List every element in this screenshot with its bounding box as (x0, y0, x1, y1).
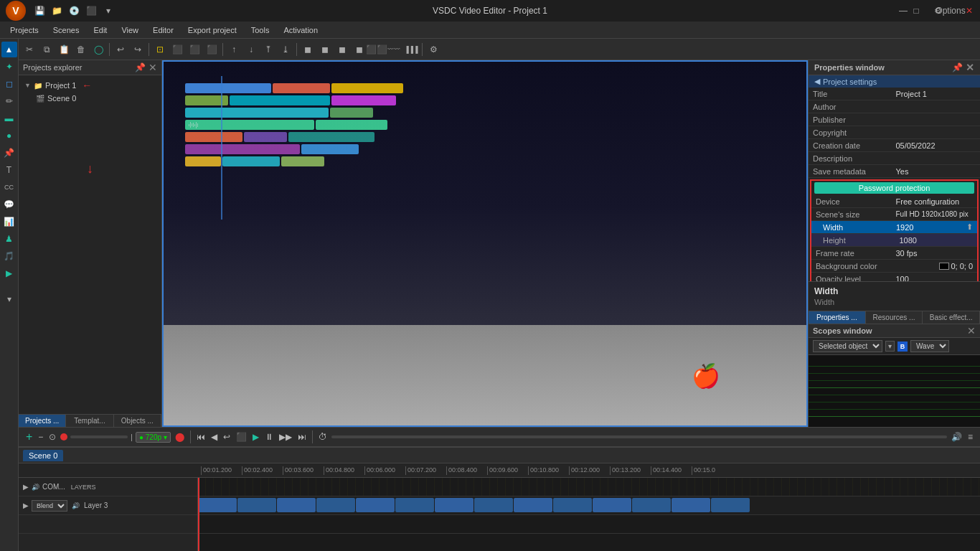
menu-edit[interactable]: Edit (86, 24, 114, 36)
tool-rect[interactable]: ◻ (1, 76, 17, 92)
settings-btn[interactable]: ⚙ (425, 42, 441, 57)
tab-objects[interactable]: Objects ... (114, 415, 161, 427)
shape3-btn[interactable]: ◼ (334, 42, 350, 57)
pb-skip-start-btn[interactable]: ⏮ (195, 430, 207, 443)
tool-line[interactable]: ▬ (1, 110, 17, 126)
save-btn[interactable]: 💿 (66, 3, 82, 19)
close-scopes-btn[interactable]: ✕ (967, 326, 976, 336)
minimize-btn[interactable]: — (898, 6, 908, 16)
move-up-btn[interactable]: ↑ (226, 42, 242, 57)
menu-tools[interactable]: Tools (244, 24, 277, 36)
pb-loop-btn[interactable]: ⊙ (47, 430, 57, 443)
scene-item[interactable]: 🎬 Scene 0 (22, 93, 159, 104)
dropdown-btn[interactable]: ▾ (100, 3, 116, 19)
clip-2[interactable] (237, 498, 276, 512)
tool-pin[interactable]: 📌 (1, 145, 17, 161)
cut-btn[interactable]: ✂ (22, 42, 37, 57)
menu-editor[interactable]: Editor (146, 24, 181, 36)
pb-rewind-btn[interactable]: ↩ (222, 430, 232, 443)
tool-audio[interactable]: 🎵 (1, 248, 17, 264)
menu-scenes[interactable]: Scenes (46, 24, 87, 36)
align2-btn[interactable]: ⬛ (187, 42, 202, 57)
menu-export[interactable]: Export project (181, 24, 244, 36)
pb-minus-btn[interactable]: − (37, 430, 44, 443)
quick-save-btn[interactable]: 💾 (32, 3, 47, 19)
redo-btn[interactable]: ↪ (130, 42, 146, 57)
pb-next-frame-btn[interactable]: ▶▶ (278, 430, 293, 443)
tab-properties[interactable]: Properties ... (809, 311, 866, 324)
tool-text[interactable]: T (1, 162, 17, 178)
paste-btn[interactable]: 📋 (56, 42, 72, 57)
tool-down-arrow[interactable]: ▾ (1, 291, 17, 307)
pin-properties-btn[interactable]: 📌 (952, 62, 963, 72)
clip-1[interactable] (198, 498, 237, 512)
pb-more-btn[interactable]: ≡ (966, 430, 974, 443)
project-root-item[interactable]: ▼ 📁 Project 1 ← (22, 78, 159, 93)
tool-anim[interactable]: ♟ (1, 231, 17, 247)
tool-ellipse[interactable]: ● (1, 128, 17, 143)
clip-6[interactable] (395, 498, 434, 512)
move-down-btn[interactable]: ↓ (243, 42, 259, 57)
undo-btn[interactable]: ↩ (113, 42, 128, 57)
tab-resources[interactable]: Resources ... (866, 311, 923, 324)
selected-object-select[interactable]: Selected object (813, 340, 882, 352)
pb-pause-btn[interactable]: ⏸ (263, 430, 275, 443)
pb-play-btn[interactable]: ▶ (251, 430, 260, 443)
shape4-btn[interactable]: ◼ (352, 42, 367, 57)
tool-play[interactable]: ▶ (1, 265, 17, 281)
pb-prev-frame-btn[interactable]: ◀ (209, 430, 219, 443)
tool-pen[interactable]: ✏ (1, 93, 17, 109)
volume-slider[interactable] (70, 435, 128, 438)
circle-btn[interactable]: ◯ (90, 42, 106, 57)
menu-projects[interactable]: Projects (3, 24, 46, 36)
shape2-btn[interactable]: ◼ (317, 42, 333, 57)
pb-timer-btn[interactable]: ⏱ (317, 430, 329, 443)
menu-activation[interactable]: Activation (276, 24, 325, 36)
clip-8[interactable] (474, 498, 513, 512)
clip-5[interactable] (356, 498, 395, 512)
clip-10[interactable] (553, 498, 592, 512)
tool-chart[interactable]: 📊 (1, 214, 17, 230)
clip-7[interactable] (435, 498, 473, 512)
move-top-btn[interactable]: ⤒ (260, 42, 276, 57)
delete-btn[interactable]: 🗑 (73, 42, 89, 57)
record-btn[interactable]: ⬛ (83, 3, 99, 19)
clip-9[interactable] (514, 498, 552, 512)
tool-bubble[interactable]: 💬 (1, 197, 17, 212)
scene-tab[interactable]: Scene 0 (23, 450, 63, 461)
close-projects-btn[interactable]: ✕ (149, 62, 157, 72)
scope-b-btn[interactable]: B (897, 342, 908, 352)
clip-3[interactable] (277, 498, 316, 512)
blend-mode-select[interactable]: Blend (32, 500, 67, 512)
pin-projects-btn[interactable]: 📌 (135, 62, 146, 72)
menu-view[interactable]: View (114, 24, 146, 36)
close-properties-btn[interactable]: ✕ (966, 62, 974, 72)
shape1-btn[interactable]: ◼ (300, 42, 316, 57)
pb-skip-end-btn[interactable]: ⏭ (296, 430, 308, 443)
copy-btn[interactable]: ⧉ (39, 42, 55, 57)
options-btn[interactable]: ⚙Options (933, 6, 956, 16)
move-bottom-btn[interactable]: ⤓ (278, 42, 293, 57)
clip-13[interactable] (672, 498, 710, 512)
wave-btn[interactable]: 〰〰 (386, 42, 402, 57)
tab-basic-effects[interactable]: Basic effect... (923, 311, 980, 324)
tab-projects[interactable]: Projects ... (19, 415, 66, 427)
tab-templates[interactable]: Templat... (66, 415, 113, 427)
marker-btn[interactable]: ⬛⬛ (369, 42, 385, 57)
align-btn[interactable]: ⬛ (169, 42, 185, 57)
clip-4[interactable] (316, 498, 355, 512)
open-btn[interactable]: 📁 (49, 3, 65, 19)
width-increment-btn[interactable]: ⬆ (966, 222, 973, 232)
wave-select[interactable]: Wave (910, 340, 949, 352)
timeline-slider[interactable] (331, 435, 947, 438)
clip-11[interactable] (593, 498, 631, 512)
magnet-btn[interactable]: ⊡ (152, 42, 168, 57)
tool-select[interactable]: ▲ (1, 42, 17, 57)
bar-btn[interactable]: ▐▐▐ (403, 42, 419, 57)
password-protection-btn[interactable]: Password protection (814, 182, 974, 194)
clip-12[interactable] (632, 498, 671, 512)
pb-stop-btn[interactable]: ⬛ (235, 430, 248, 443)
pb-add-btn[interactable]: + (24, 429, 34, 445)
align3-btn[interactable]: ⬛ (204, 42, 220, 57)
close-btn[interactable]: ✕ (964, 6, 974, 16)
